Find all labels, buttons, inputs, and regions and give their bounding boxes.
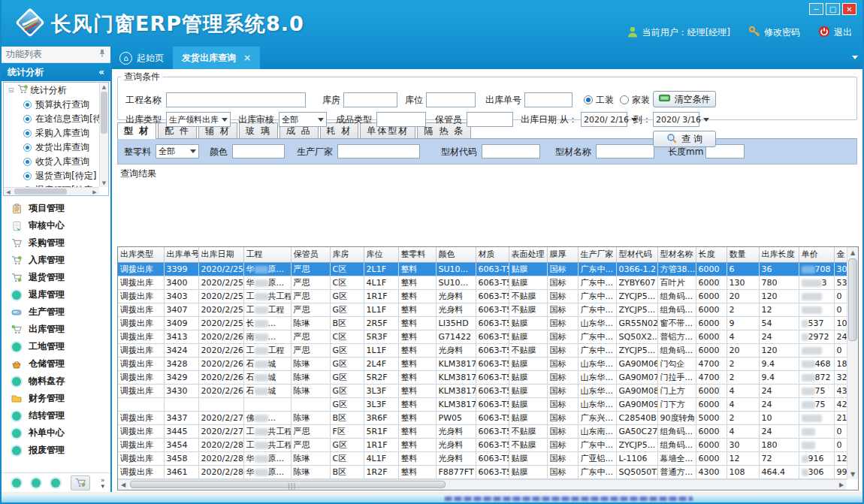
table-row[interactable]: 调拨出库34302020/2/26石城陈琳G区3L3F整料KLM38176063… [118, 384, 847, 397]
manufacturer-input[interactable] [337, 144, 420, 158]
sidebar-item-仓储管理[interactable]: 仓储管理 [2, 355, 110, 373]
column-header-金[interactable]: 金 [834, 247, 847, 262]
grid-horizontal-scrollbar[interactable]: ◀ ||| ▶ [118, 479, 847, 490]
table-row[interactable]: 调拨出库34582020/2/28华原...陈琳C区4L1F整料光身料6063-… [118, 451, 847, 465]
table-row[interactable]: 调拨出库34132020/2/26南...严思C区5R3F整料G71422606… [118, 330, 847, 343]
table-row[interactable]: 调拨出库33992020/2/25华原...严思C区2L1F整料SU10...6… [118, 262, 847, 276]
column-header-出库类型[interactable]: 出库类型 [118, 247, 164, 262]
column-header-保管员[interactable]: 保管员 [291, 247, 330, 262]
table-row[interactable]: 调拨出库34452020/2/27工共工程严思F区5R1F整料光身料6063-T… [118, 424, 847, 438]
tab-list-dropdown-icon[interactable] [852, 56, 858, 59]
column-header-表面处理[interactable]: 表面处理 [509, 247, 547, 262]
table-row[interactable]: G区3L3F整料KLM38176063-T5贴膜国标山东华...GA90M09.… [118, 397, 847, 411]
product-type-input[interactable] [376, 112, 426, 127]
table-row[interactable]: 调拨出库34292020/2/26石城陈琳G区5R2F整料KLM38176063… [118, 370, 847, 384]
project-name-input[interactable] [166, 92, 306, 107]
column-header-颜色[interactable]: 颜色 [436, 247, 476, 262]
sidebar-item-物料盘存[interactable]: 物料盘存 [2, 373, 110, 390]
profile-code-input[interactable] [482, 144, 540, 158]
sidebar-item-入库管理[interactable]: 入库管理 [2, 252, 110, 269]
table-row[interactable]: 调拨出库34092020/2/25长...陈琳B区2R5F整料LI35HD606… [118, 316, 847, 330]
column-header-库位[interactable]: 库位 [364, 247, 398, 262]
column-header-出库日期[interactable]: 出库日期 [198, 247, 243, 262]
scroll-up-icon[interactable]: ▲ [847, 247, 858, 258]
column-header-生产厂家[interactable]: 生产厂家 [578, 247, 616, 262]
tab-home[interactable]: ⌂ 起始页 [112, 47, 173, 69]
change-password-button[interactable]: 修改密码 [748, 26, 800, 40]
table-row[interactable]: 调拨出库34242020/2/26工工程严思G区1L1F整料光身料6063-T5… [118, 343, 847, 357]
date-from-picker[interactable]: 2020/ 2/16 [581, 112, 627, 127]
sidebar-item-补单中心[interactable]: 补单中心 [2, 424, 110, 442]
radio-gongzhuang[interactable]: 工装 [584, 92, 614, 107]
search-button[interactable]: 查 询 [653, 131, 716, 147]
sidebar-item-退库管理[interactable]: 退库管理 [2, 286, 110, 303]
table-row[interactable]: 调拨出库34072020/2/25工工程严思G区1L1F整料光身料6063-T5… [118, 303, 847, 316]
minimize-button[interactable]: ─ [809, 3, 823, 15]
keeper-input[interactable] [467, 112, 513, 127]
sidebar-item-生产管理[interactable]: 生产管理 [2, 303, 110, 321]
tab-shipment-outbound-query[interactable]: 发货出库查询 × [173, 47, 260, 69]
pin-icon[interactable] [98, 49, 106, 60]
cart-tool-button[interactable] [71, 475, 90, 490]
scroll-down-icon[interactable]: ▼ [847, 469, 858, 479]
column-header-出库长度[interactable]: 出库长度 [759, 247, 799, 262]
vertical-scroll-thumb[interactable] [848, 258, 857, 341]
location-input[interactable] [426, 92, 476, 107]
tree-item-收货入库查询[interactable]: 收货入库查询 [4, 155, 108, 169]
sidebar-section-statistics[interactable]: 统计分析 « [2, 63, 110, 81]
table-row[interactable]: 调拨出库34542020/2/28工共工程严思G区1R1F整料光身料6063-T… [118, 438, 847, 451]
column-header-工程[interactable]: 工程 [243, 247, 291, 262]
horizontal-scroll-thumb[interactable]: ||| [130, 481, 446, 488]
maximize-button[interactable]: □ [826, 3, 840, 15]
column-header-出库单号[interactable]: 出库单号 [164, 247, 198, 262]
column-header-单价[interactable]: 单价 [799, 247, 834, 262]
sidebar-item-报废管理[interactable]: 报废管理 [2, 442, 110, 459]
column-header-长度[interactable]: 长度 [696, 247, 727, 262]
column-header-膜厚[interactable]: 膜厚 [547, 247, 578, 262]
sidebar-item-结转管理[interactable]: 结转管理 [2, 407, 110, 424]
column-header-型材名称[interactable]: 型材名称 [657, 247, 696, 262]
tree-root-statistics[interactable]: ⊟ 统计分析 [4, 83, 108, 98]
table-row[interactable]: 调拨出库34282020/2/26石城陈琳G区2L4F整料KLM38176063… [118, 357, 847, 370]
sidebar-item-退货管理[interactable]: 退货管理 [2, 269, 110, 286]
sidebar-item-财务管理[interactable]: 财务管理 [2, 390, 110, 407]
table-row[interactable]: 调拨出库34372020/2/27佛...陈琳B区3R6F整料PW056063-… [118, 411, 847, 424]
table-row[interactable]: 调拨出库34612020/2/28华原...陈琳B区1R2F整料F8877FT6… [118, 465, 847, 478]
sidebar-item-出库管理[interactable]: 出库管理 [2, 321, 110, 338]
color-input[interactable] [232, 144, 285, 158]
column-header-型材代码[interactable]: 型材代码 [616, 247, 657, 262]
tree-item-发货出库查询[interactable]: 发货出库查询 [4, 140, 108, 155]
scroll-right-icon[interactable]: ▶ [836, 480, 847, 490]
sidebar-item-审核中心[interactable]: 审核中心 [2, 217, 110, 234]
warehouse-input[interactable] [343, 92, 397, 107]
module-dot-button[interactable] [12, 478, 21, 487]
logout-button[interactable]: 退出 [818, 26, 852, 40]
grid-vertical-scrollbar[interactable]: ▲ ▼ [847, 247, 858, 479]
sidebar-item-工地管理[interactable]: 工地管理 [2, 338, 110, 355]
module-dot-button[interactable] [32, 478, 41, 487]
tree-item-预算执行查询[interactable]: 预算执行查询 [4, 98, 108, 112]
tree-item-在途信息查询[待[interactable]: 在途信息查询[待 [4, 112, 108, 126]
tab-close-icon[interactable]: × [243, 53, 251, 63]
column-header-库房[interactable]: 库房 [330, 247, 364, 262]
clear-conditions-button[interactable]: 清空条件 [653, 91, 716, 107]
more-chevron-icon[interactable]: »▾ [101, 477, 105, 489]
audit-select[interactable]: 全部 [279, 112, 327, 127]
out-type-select[interactable]: 生产领料出库 [166, 112, 231, 127]
profile-name-input[interactable] [596, 144, 654, 158]
tree-item-退货查询[待定][interactable]: 退货查询[待定] [4, 169, 108, 183]
table-row[interactable]: 调拨出库34032020/2/25工共工程严思G区1R1F整料光身料6063-T… [118, 289, 847, 303]
module-dot-button[interactable] [51, 478, 60, 487]
order-no-input[interactable] [524, 92, 572, 107]
tree-horizontal-scrollbar[interactable]: ◀▶ [4, 187, 99, 195]
whole-part-select[interactable]: 全部 [156, 144, 199, 158]
scroll-left-icon[interactable]: ◀ [118, 480, 128, 490]
close-button[interactable]: ✕ [842, 3, 856, 15]
table-row[interactable]: 调拨出库34002020/2/25华原...严思C区4L1F整料SU10...6… [118, 276, 847, 289]
sidebar-item-项目管理[interactable]: 项目管理 [2, 200, 110, 217]
sidebar-item-采购管理[interactable]: 采购管理 [2, 234, 110, 252]
date-to-picker[interactable]: 2020/ 3/16 [653, 112, 699, 127]
tree-item-采购入库查询[interactable]: 采购入库查询 [4, 126, 108, 140]
collapse-icon[interactable]: « [98, 67, 104, 77]
column-header-整零料[interactable]: 整零料 [398, 247, 436, 262]
